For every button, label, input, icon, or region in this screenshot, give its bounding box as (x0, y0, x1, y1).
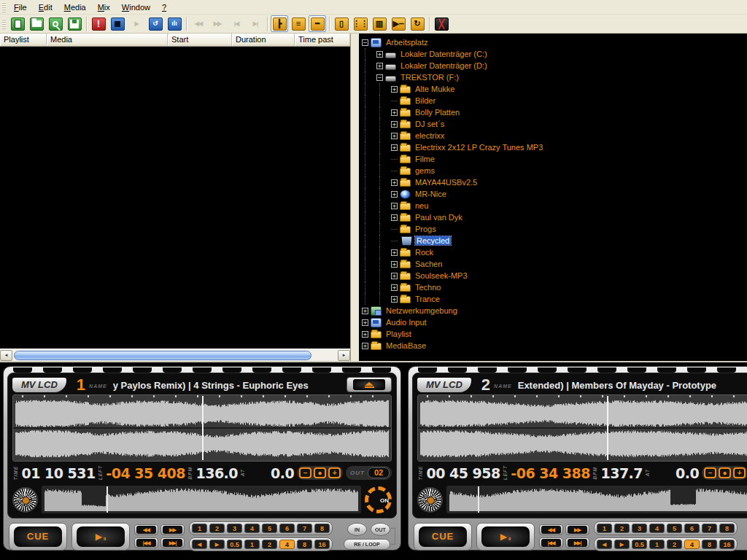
pitch-faders-button[interactable]: ⋮⋮ (352, 15, 369, 32)
expand-icon[interactable]: + (362, 331, 368, 338)
tree-item-bolly-platten[interactable]: +Bolly Platten (362, 106, 747, 118)
tree-item-gems[interactable]: gems (362, 165, 747, 176)
hot-cue-7-button[interactable]: 7 (297, 524, 312, 533)
jog-spinner[interactable] (417, 487, 443, 513)
play-pause-button[interactable]: ▶II (71, 523, 130, 551)
tree-item-label[interactable]: MediaBase (384, 341, 427, 350)
tree-item-label[interactable]: Lokaler Datenträger (D:) (399, 61, 489, 70)
tree-item-label[interactable]: Techno (414, 283, 442, 292)
levels-button[interactable]: ılı (166, 15, 183, 32)
loop-length-1-button[interactable]: 1 (244, 540, 260, 549)
tree-item-label[interactable]: Rock (414, 248, 435, 257)
tree-item-label[interactable]: Filme (414, 155, 436, 163)
loop-shift-right-button[interactable]: ▶ (614, 540, 630, 549)
column-header-media[interactable]: Media (47, 34, 168, 46)
menu-file[interactable]: File (8, 1, 33, 13)
new-button[interactable] (9, 15, 26, 32)
hot-cue-3-button[interactable]: 3 (632, 524, 647, 533)
tree-item-techno[interactable]: +Techno (362, 281, 747, 293)
mixvibes-button[interactable]: ╳ (433, 15, 450, 32)
expand-icon[interactable]: + (391, 296, 398, 303)
loop-length-2-button[interactable]: 2 (667, 540, 682, 549)
tree-item-label[interactable]: electrixx (414, 131, 446, 140)
reloop-button[interactable]: RE / LOOP (344, 539, 390, 550)
hot-cue-5-button[interactable]: 5 (262, 524, 277, 533)
menu-media[interactable]: Media (58, 1, 92, 13)
tree-item-label[interactable]: TREKSTOR (F:) (399, 73, 460, 82)
hot-cue-8-button[interactable]: 8 (314, 524, 330, 533)
panel-splitter[interactable] (350, 34, 359, 361)
loop-shift-left-button[interactable]: ◀ (597, 540, 612, 549)
tree-item-trekstor-f-[interactable]: −TREKSTOR (F:) (362, 71, 747, 83)
tree-item-label[interactable]: Electrixx 2x12 LP Crazy Tunes MP3 (414, 143, 544, 152)
tree-item-label[interactable]: Sachen (414, 260, 444, 268)
loop-length-2-button[interactable]: 2 (262, 540, 277, 549)
sync-button[interactable]: ↻ (409, 15, 426, 32)
tree-view-button[interactable]: ┣ (271, 15, 288, 32)
search-button[interactable] (47, 15, 64, 32)
tree-item-maya44usbv2-5[interactable]: +MAYA44USBv2.5 (362, 176, 747, 188)
loop-in-button[interactable]: IN (347, 523, 367, 536)
loop-length-4-button[interactable]: 4 (684, 540, 700, 549)
jog-spinner[interactable] (12, 487, 38, 513)
rewind-button[interactable]: ◀◀ (190, 15, 207, 32)
tree-item-progs[interactable]: Progs (362, 223, 747, 235)
hot-cue-2-button[interactable]: 2 (614, 524, 630, 533)
tree-item-label[interactable]: Bolly Platten (414, 108, 461, 117)
loop-length-8-button[interactable]: 8 (702, 540, 717, 549)
loop-shift-left-button[interactable]: ◀ (192, 540, 207, 549)
tree-item-label[interactable]: Lokaler Datenträger (C:) (399, 50, 489, 58)
tree-item-mediabase[interactable]: +MediaBase (362, 340, 747, 351)
tree-item-electrixx[interactable]: +electrixx (362, 130, 747, 141)
tree-item-netzwerkumgebung[interactable]: +Netzwerkumgebung (362, 305, 747, 316)
playlist-area[interactable] (0, 47, 350, 349)
mixer-button[interactable]: ▯ (333, 15, 350, 32)
tree-item-audio-input[interactable]: +Audio Input (362, 316, 747, 328)
expand-icon[interactable]: + (391, 273, 398, 279)
tree-item-filme[interactable]: Filme (362, 153, 747, 165)
scrollbar-right-arrow[interactable]: ▸ (338, 350, 350, 361)
loop-length-1-button[interactable]: 1 (649, 540, 665, 549)
loop-length-0.5-button[interactable]: 0.5 (227, 540, 242, 549)
hot-cue-4-button[interactable]: 4 (244, 524, 260, 533)
waveform-display[interactable] (417, 394, 747, 462)
menu-window[interactable]: Window (116, 1, 156, 13)
loop-out-button[interactable]: OUT (371, 523, 390, 536)
tree-item-label[interactable]: Audio Input (384, 318, 428, 327)
tree-item-label[interactable]: Alte Mukke (414, 85, 456, 93)
track-overview-waveform[interactable] (446, 486, 747, 513)
menubar-grip[interactable] (2, 2, 6, 12)
tree-item-label[interactable]: Progs (414, 225, 438, 233)
seek-back-button[interactable]: ◀◀ (134, 524, 158, 535)
expand-icon[interactable]: + (391, 86, 398, 93)
hot-cue-7-button[interactable]: 7 (702, 524, 717, 533)
skip-start-button[interactable]: |◀◀ (134, 537, 158, 548)
hot-cue-6-button[interactable]: 6 (684, 524, 700, 533)
sampler-button[interactable]: ▥ (371, 15, 388, 32)
tree-item-label[interactable]: Netzwerkumgebung (384, 306, 459, 315)
open-button[interactable] (28, 15, 45, 32)
detail-view-button[interactable]: ┅ (309, 15, 326, 32)
loop-length-8-button[interactable]: 8 (297, 540, 312, 549)
expand-icon[interactable]: + (391, 203, 398, 209)
hot-cue-5-button[interactable]: 5 (667, 524, 682, 533)
tree-item-alte-mukke[interactable]: +Alte Mukke (362, 83, 747, 95)
toolbar-grip[interactable] (2, 19, 6, 29)
skip-end-button[interactable]: ▶▶| (160, 537, 185, 548)
forward-button[interactable]: ▶▶ (209, 15, 226, 32)
tree-item-label[interactable]: Bilder (414, 96, 437, 105)
tree-item-paul-van-dyk[interactable]: +Paul van Dyk (362, 211, 747, 223)
tree-item-neu[interactable]: +neu (362, 200, 747, 211)
tree-item-label[interactable]: Trance (414, 295, 441, 303)
expand-icon[interactable]: + (391, 144, 398, 151)
loop-shift-right-button[interactable]: ▶ (209, 540, 225, 549)
scrollbar-left-arrow[interactable]: ◂ (0, 350, 12, 361)
expand-icon[interactable]: + (362, 308, 368, 314)
stop-button[interactable] (109, 15, 126, 32)
loop-length-16-button[interactable]: 16 (719, 540, 735, 549)
tree-item-lokaler-datentr-ger-c-[interactable]: +Lokaler Datenträger (C:) (362, 48, 747, 60)
loop-playback-button[interactable]: ↺ (147, 15, 164, 32)
skip-end-button[interactable]: ▶▶| (565, 537, 589, 548)
tree-item-lokaler-datentr-ger-d-[interactable]: +Lokaler Datenträger (D:) (362, 60, 747, 71)
expand-icon[interactable]: + (362, 343, 368, 349)
